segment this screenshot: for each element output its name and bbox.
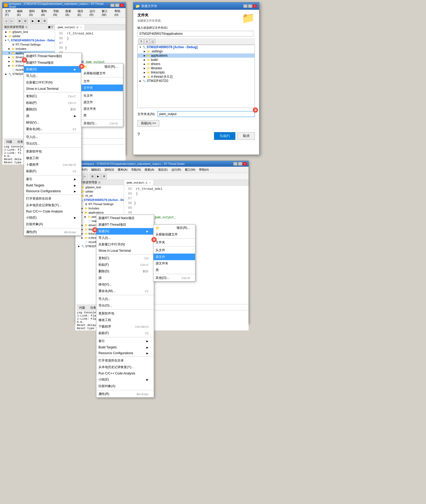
- close-button[interactable]: ✕: [120, 3, 124, 7]
- tree-item-rtthread-settings[interactable]: ⚙ RT-Thread Settings: [2, 42, 55, 47]
- win2-ctx-history[interactable]: 从本地历史记录恢复(Y)...: [96, 364, 154, 370]
- win2-ctx-import2[interactable]: 导入(I)...: [96, 296, 154, 302]
- win2-ctx-team[interactable]: 小组(E) ▶: [96, 376, 154, 383]
- win2-sub-class[interactable]: 类: [153, 267, 195, 273]
- menu-help[interactable]: 帮助(H): [113, 9, 125, 17]
- code-tab-pwm[interactable]: pwm_output.c ☆: [55, 24, 85, 30]
- dialog-maximize[interactable]: □: [248, 4, 252, 8]
- menu-edit[interactable]: 编辑(E): [15, 9, 27, 17]
- dlg-tree-build[interactable]: ▶ 📁 build: [138, 58, 255, 62]
- maximize-button[interactable]: □: [115, 3, 119, 7]
- dlg-tree-applications[interactable]: ▶ 📂 applications: [138, 53, 255, 58]
- panel-btn-menu[interactable]: ▽: [51, 25, 53, 29]
- toolbar-btn-2[interactable]: ▷: [9, 18, 14, 24]
- win2-menu-nav[interactable]: 导航(N): [130, 167, 142, 172]
- win2-ctx-code-analysis[interactable]: Run C/C++ Code Analysis: [96, 370, 154, 376]
- dlg-tree-libraries[interactable]: ▶ 📁 libraries: [138, 66, 255, 70]
- toolbar-btn-5[interactable]: ▶: [30, 18, 36, 24]
- tree-item-rplidar[interactable]: ▶ 📁 rplidar: [2, 34, 55, 38]
- dialog-advanced-button[interactable]: 高级(A) >>: [137, 120, 159, 127]
- win2-ctx-open-new-win[interactable]: 在新窗口中打开(N): [96, 241, 154, 248]
- ctx-copy[interactable]: 复制(C) Ctrl+C: [24, 93, 81, 100]
- minimize-button[interactable]: ─: [110, 3, 115, 7]
- win2-toolbar-btn-3[interactable]: ⊞: [90, 174, 95, 179]
- win2-minimize[interactable]: ─: [233, 162, 237, 166]
- dlg-tree-drivers[interactable]: ▶ 📁 drivers: [138, 62, 255, 66]
- dialog-name-input[interactable]: [157, 111, 255, 117]
- ctx-properties[interactable]: 属性(R) Alt+Enter: [24, 229, 81, 235]
- ctx-import[interactable]: 导入(I)...: [24, 73, 81, 79]
- win2-toolbar-btn-2[interactable]: ▷: [82, 174, 87, 179]
- ctx-export[interactable]: 导出(O)...: [24, 140, 81, 147]
- win2-ctx-new-nano[interactable]: 新建RT-Thread Nano项目: [96, 215, 154, 221]
- win2-menu-project[interactable]: 项目(E): [156, 167, 169, 172]
- toolbar-btn-4[interactable]: ⊟: [23, 18, 28, 24]
- win2-ctx-properties[interactable]: 属性(R) Alt+Enter: [96, 391, 154, 397]
- menu-project[interactable]: 项目(E): [76, 9, 87, 17]
- dlg-tree-settings[interactable]: ▶ 📁 .settings: [138, 49, 255, 53]
- sub-item-from-template[interactable]: 从模板创建文件: [81, 70, 123, 77]
- dialog-cancel-button[interactable]: 取消: [237, 132, 255, 140]
- win2-maximize[interactable]: □: [238, 162, 242, 166]
- win2-ctx-source[interactable]: 源: [96, 275, 154, 281]
- win2-tree-g0pwm[interactable]: ▶ 📁 g0pwm_test: [75, 185, 124, 189]
- ctx-history[interactable]: 从本地历史记录恢复(Y)...: [24, 202, 81, 209]
- ctx-new-nano[interactable]: 新建RT-Thread Nano项目: [24, 53, 81, 60]
- panel-btn-collapse[interactable]: ▣: [48, 25, 51, 29]
- win2-menu-search[interactable]: 搜索(A): [143, 167, 156, 172]
- ctx-show-local[interactable]: Show in Local Terminal: [24, 86, 81, 92]
- win2-ctx-show-local[interactable]: Show in Local Terminal: [96, 248, 154, 254]
- ctx-index[interactable]: 索引 ▶: [24, 176, 81, 182]
- ctx-import2[interactable]: 导入(I)...: [24, 134, 81, 140]
- win2-toolbar-btn-4[interactable]: ▶: [96, 174, 101, 179]
- menu-run[interactable]: 运行(R): [88, 9, 100, 17]
- ctx-open-new-win[interactable]: 在新窗口中打开(N): [24, 79, 81, 86]
- win2-ctx-refresh[interactable]: 刷新(F) F5: [96, 330, 154, 337]
- dlg-tree-stm32f407[interactable]: ▶ 🔧 STM32F407ZG: [138, 79, 255, 83]
- sub-item-file[interactable]: 文件: [81, 78, 123, 85]
- win2-toolbar-btn-5[interactable]: ⚙: [101, 174, 107, 179]
- win2-ctx-compare[interactable]: 比较对象(A): [96, 383, 154, 389]
- win2-menu-source[interactable]: 源码(S): [103, 167, 116, 172]
- ctx-update-pkg[interactable]: 更新软件包: [24, 148, 81, 155]
- win2-menu-run[interactable]: 运行(R): [170, 167, 183, 172]
- win2-tree-applications[interactable]: ▼ 📂 applications: [75, 210, 124, 215]
- win2-ctx-modify-proj[interactable]: 修改工程: [96, 317, 154, 323]
- menu-refactor[interactable]: 重构(A): [39, 9, 51, 17]
- ctx-open-dir[interactable]: 打开资源所在目录: [24, 195, 81, 202]
- tree-item-g0pwm[interactable]: ▶ 📁 g0pwm_test: [2, 30, 55, 34]
- tree-toolbar-collapse[interactable]: ◻: [150, 39, 155, 44]
- win2-ctx-build-targets[interactable]: Build Targets ▶: [96, 344, 154, 350]
- tree-item-stm32f405[interactable]: ▼ 🔧 STM32F405RGT6 [Active - Debug]: [2, 38, 55, 42]
- win2-ctx-export[interactable]: 导出(O)...: [96, 302, 154, 309]
- dialog-help-icon[interactable]: ?: [137, 132, 140, 140]
- win2-tree-stm32f405[interactable]: ▼ 🔧 STM32F405RGT6 [Active - Debug]: [75, 198, 124, 202]
- toolbar-btn-6[interactable]: ⏹: [36, 18, 41, 24]
- win2-ctx-import[interactable]: 导入(I)...: [96, 235, 154, 241]
- ctx-download[interactable]: 卜载程序 Ctrl+Alt+D: [24, 161, 81, 168]
- ctx-team[interactable]: 小组(E) ▶: [24, 214, 81, 221]
- win2-ctx-new-rtthread[interactable]: 新建RT-Thread项目: [96, 221, 154, 228]
- win2-sub-source[interactable]: 源文件: [153, 254, 195, 260]
- win2-sub-header[interactable]: 头文件: [153, 247, 195, 254]
- dlg-tree-linkscripts[interactable]: ▶ 📁 linkscripts: [138, 70, 255, 75]
- win2-ctx-open-dir[interactable]: 打开资源所在目录: [96, 357, 154, 364]
- win2-ctx-new[interactable]: 新建(N) ▶: [96, 228, 154, 235]
- ctx-refresh[interactable]: 刷新(F) F5: [24, 168, 81, 175]
- dialog-minimize[interactable]: ─: [243, 4, 247, 8]
- win2-code-tab-pwm[interactable]: pwm_output.c ☆: [124, 180, 154, 185]
- ctx-source[interactable]: 源 ▶: [24, 113, 81, 119]
- win2-log-tab-problems[interactable]: 问题: [77, 305, 87, 310]
- sub-item-source[interactable]: 源文件: [81, 99, 123, 106]
- ctx-new-rtthread[interactable]: 新建RT-Thread项目: [24, 60, 81, 66]
- win2-ctx-download[interactable]: 下载程序 Ctrl+Alt+D: [96, 323, 154, 330]
- win2-sub-from-template[interactable]: 从模板创建文件: [153, 231, 195, 238]
- sub-item-other[interactable]: 其他(O)... Ctrl+N: [81, 120, 123, 127]
- win2-close[interactable]: ✕: [243, 162, 247, 166]
- win2-ctx-update-pkg[interactable]: 更新软件包: [96, 310, 154, 317]
- win2-ctx-index[interactable]: 索引 ▶: [96, 338, 154, 344]
- sub-item-header[interactable]: 头文件: [81, 92, 123, 99]
- win2-menu-window[interactable]: 窗口(W): [183, 167, 197, 172]
- win2-tree-rtthread-settings[interactable]: ⚙ RT-Thread Settings: [75, 202, 124, 206]
- toolbar-btn-3[interactable]: ⊞: [17, 18, 22, 24]
